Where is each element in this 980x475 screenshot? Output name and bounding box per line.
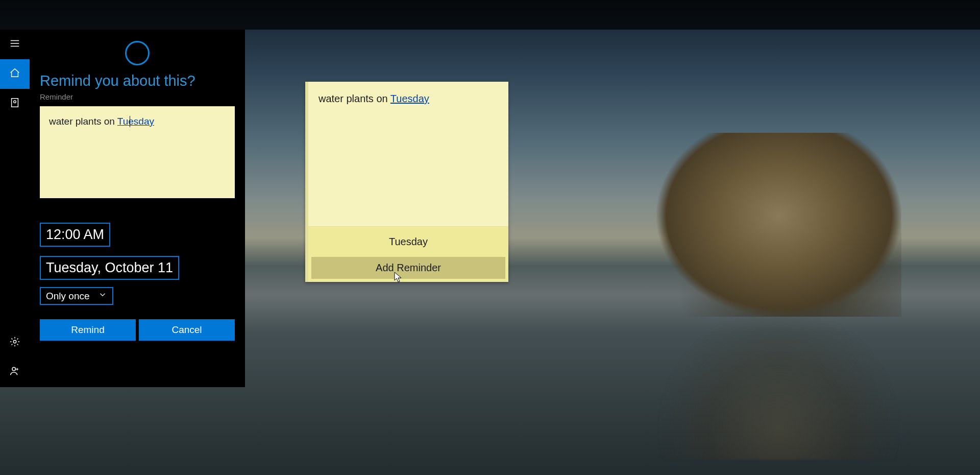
hamburger-icon [9, 38, 20, 51]
cortana-main: Remind you about this? Reminder water pl… [30, 30, 245, 387]
cortana-heading: Remind you about this? [40, 73, 235, 89]
feedback-button[interactable] [0, 358, 30, 387]
reminder-note-preview[interactable]: water plants on Tuesday [40, 106, 235, 198]
reminder-repeat-field[interactable]: Only once [40, 287, 113, 305]
chevron-down-icon [98, 290, 107, 302]
reminder-label: Reminder [40, 92, 235, 101]
cortana-button-row: Remind Cancel [40, 319, 235, 341]
home-icon [9, 67, 20, 81]
home-button[interactable] [0, 59, 30, 89]
sticky-note-window[interactable]: water plants on Tuesday Tuesday Add Remi… [305, 82, 508, 282]
reminder-time-field[interactable]: 12:00 AM [40, 223, 110, 247]
sticky-note-footer: Tuesday Add Reminder [308, 226, 508, 282]
notebook-button[interactable] [0, 89, 30, 118]
remind-button[interactable]: Remind [40, 319, 136, 341]
wallpaper-rock [656, 133, 901, 317]
note-text: water plants on [49, 116, 117, 127]
svg-point-1 [14, 101, 16, 103]
gear-icon [9, 336, 20, 349]
person-icon [9, 366, 20, 379]
cortana-logo-icon [125, 41, 150, 65]
cancel-button[interactable]: Cancel [139, 319, 235, 341]
cortana-rail [0, 30, 30, 387]
cortana-panel: Remind you about this? Reminder water pl… [0, 30, 245, 387]
menu-button[interactable] [0, 30, 30, 59]
svg-point-3 [12, 367, 15, 370]
settings-button[interactable] [0, 328, 30, 358]
add-reminder-button[interactable]: Add Reminder [311, 257, 505, 279]
note-date-link[interactable]: Tuesday [117, 116, 154, 127]
sticky-suggestion-day[interactable]: Tuesday [308, 227, 508, 257]
sticky-note-body[interactable]: water plants on Tuesday [308, 82, 508, 226]
reminder-date-field[interactable]: Tuesday, October 11 [40, 256, 179, 280]
top-strip [0, 0, 980, 30]
repeat-value: Only once [46, 291, 90, 302]
notebook-icon [9, 97, 20, 110]
svg-point-2 [13, 340, 16, 343]
wallpaper-rock-reflection [656, 306, 901, 460]
sticky-date-link[interactable]: Tuesday [390, 93, 429, 104]
sticky-text: water plants on [318, 93, 390, 104]
